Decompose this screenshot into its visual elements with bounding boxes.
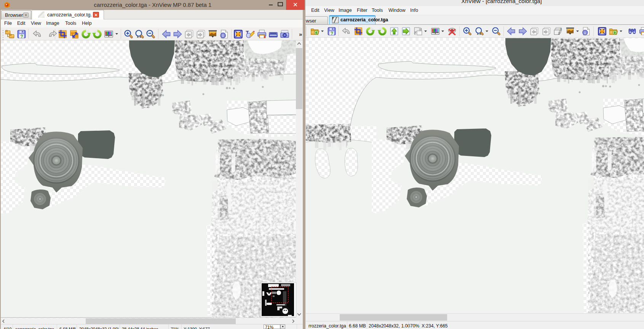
svg-text:»: » xyxy=(299,31,302,37)
